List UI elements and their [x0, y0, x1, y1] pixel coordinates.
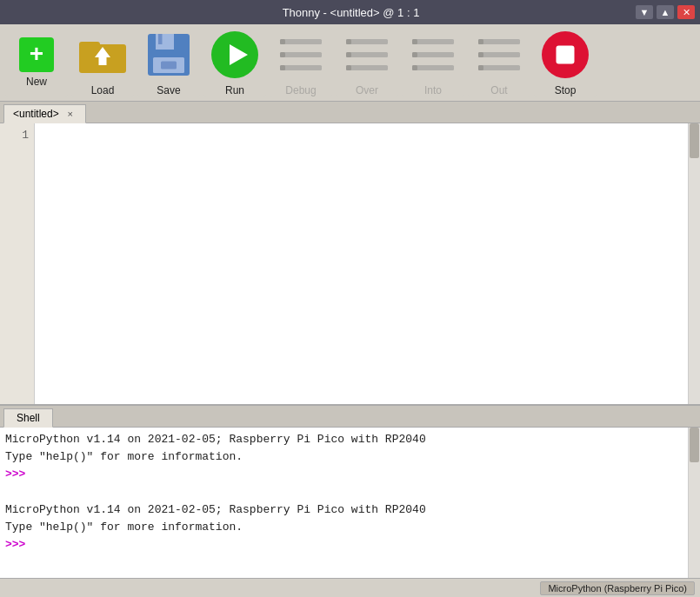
shell-tab-label: Shell — [17, 412, 40, 424]
run-icon — [209, 29, 261, 81]
svg-rect-12 — [280, 65, 322, 70]
save-label: Save — [157, 84, 180, 96]
debug-button[interactable]: Debug — [270, 28, 332, 97]
shell-scrollbar[interactable] — [688, 428, 700, 578]
stop-button[interactable]: Stop — [534, 28, 597, 97]
stop-icon — [539, 29, 591, 81]
out-icon — [473, 29, 525, 81]
tab-close-button[interactable]: × — [64, 108, 77, 120]
load-icon — [77, 29, 129, 81]
shell-prompt-line: >>> — [5, 536, 683, 554]
stop-label: Stop — [555, 84, 577, 96]
editor-area: 1 — [0, 123, 700, 404]
minimize-button[interactable]: ▼ — [636, 5, 653, 19]
editor-scrollbar-handle[interactable] — [690, 123, 699, 158]
over-icon — [341, 29, 393, 81]
svg-rect-11 — [280, 52, 322, 57]
save-button[interactable]: Save — [137, 28, 200, 97]
new-button[interactable]: New — [5, 28, 68, 97]
over-label: Over — [356, 84, 378, 96]
into-label: Into — [424, 84, 442, 96]
shell-info-line: MicroPython v1.14 on 2021-02-05; Raspber… — [5, 501, 683, 519]
svg-rect-25 — [412, 39, 417, 44]
debug-icon — [275, 29, 327, 81]
svg-rect-32 — [478, 52, 483, 57]
shell-tab[interactable]: Shell — [3, 408, 53, 428]
out-button[interactable]: Out — [468, 28, 530, 97]
svg-rect-16 — [346, 39, 388, 44]
save-icon — [143, 29, 195, 81]
svg-rect-35 — [557, 46, 575, 64]
close-button[interactable]: ✕ — [677, 5, 695, 19]
svg-rect-14 — [280, 52, 285, 57]
status-bar: MicroPython (Raspberry Pi Pico) — [0, 578, 700, 597]
editor-scrollbar[interactable] — [688, 123, 700, 404]
svg-rect-15 — [280, 65, 285, 70]
toolbar: New Load Save Run — [0, 24, 700, 102]
shell-info-line: Type "help()" for more information. — [5, 519, 683, 536]
new-icon — [19, 37, 54, 72]
svg-rect-18 — [346, 65, 388, 70]
svg-rect-27 — [412, 65, 417, 70]
shell-content: MicroPython v1.14 on 2021-02-05; Raspber… — [0, 428, 700, 578]
svg-rect-5 — [158, 34, 163, 44]
shell-tab-bar: Shell — [0, 406, 700, 428]
debug-label: Debug — [285, 84, 316, 96]
run-button[interactable]: Run — [203, 28, 266, 97]
svg-rect-24 — [412, 65, 454, 70]
tab-label: <untitled> — [13, 108, 59, 120]
svg-rect-22 — [412, 39, 454, 44]
editor-content[interactable] — [35, 123, 688, 404]
svg-rect-31 — [478, 39, 483, 44]
into-button[interactable]: Into — [402, 28, 464, 97]
title-controls: ▼ ▲ ✕ — [636, 5, 695, 19]
svg-rect-28 — [478, 39, 520, 44]
into-icon — [407, 29, 459, 81]
title-text: Thonny - <untitled> @ 1 : 1 — [66, 6, 636, 19]
shell-info-line: Type "help()" for more information. — [5, 448, 683, 466]
run-label: Run — [225, 84, 244, 96]
svg-rect-17 — [346, 52, 388, 57]
status-device: MicroPython (Raspberry Pi Pico) — [540, 581, 695, 595]
editor-container: <untitled> × 1 — [0, 102, 700, 404]
load-button[interactable]: Load — [71, 28, 134, 97]
svg-rect-33 — [478, 65, 483, 70]
load-label: Load — [91, 84, 115, 96]
over-button[interactable]: Over — [336, 28, 398, 97]
line-numbers: 1 — [0, 123, 35, 404]
svg-rect-1 — [79, 42, 100, 49]
svg-rect-30 — [478, 65, 520, 70]
out-label: Out — [490, 84, 507, 96]
svg-rect-7 — [161, 62, 177, 70]
svg-rect-13 — [280, 39, 285, 44]
shell-text[interactable]: MicroPython v1.14 on 2021-02-05; Raspber… — [0, 428, 688, 578]
title-bar: Thonny - <untitled> @ 1 : 1 ▼ ▲ ✕ — [0, 0, 700, 24]
svg-rect-19 — [346, 39, 351, 44]
restore-button[interactable]: ▲ — [657, 5, 674, 19]
new-label: New — [26, 76, 47, 88]
svg-rect-26 — [412, 52, 417, 57]
svg-rect-23 — [412, 52, 454, 57]
svg-rect-21 — [346, 65, 351, 70]
editor-tab-bar: <untitled> × — [0, 102, 700, 123]
svg-rect-20 — [346, 52, 351, 57]
svg-rect-10 — [280, 39, 322, 44]
editor-tab[interactable]: <untitled> × — [3, 104, 86, 123]
line-number: 1 — [5, 127, 29, 144]
svg-rect-29 — [478, 52, 520, 57]
shell-scrollbar-handle[interactable] — [690, 428, 699, 462]
shell-prompt-line: >>> — [5, 466, 683, 483]
shell-container: Shell MicroPython v1.14 on 2021-02-05; R… — [0, 404, 700, 578]
shell-info-line: MicroPython v1.14 on 2021-02-05; Raspber… — [5, 431, 683, 448]
